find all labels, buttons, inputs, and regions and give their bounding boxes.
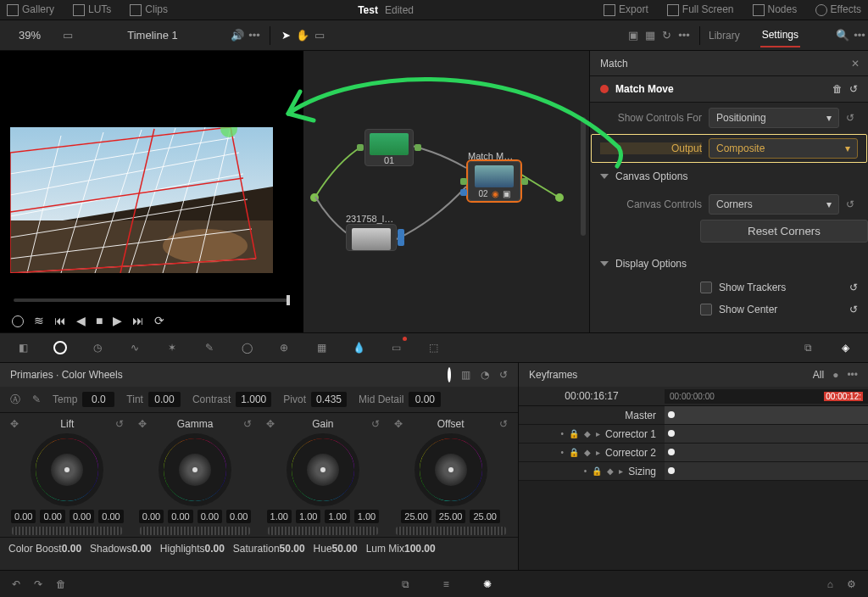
color-wheel[interactable]	[287, 433, 359, 506]
log-mode-icon[interactable]: ◔	[481, 369, 489, 381]
node-graph[interactable]: 01 Match M… 02 ◉ ▣ 231758_l…	[303, 51, 590, 332]
kf-diamond-icon[interactable]: ◆	[607, 466, 614, 476]
wheel-value[interactable]: 0.00	[11, 510, 36, 523]
page-color-icon[interactable]: ✺	[483, 578, 492, 590]
kf-mode-dot-icon[interactable]: ●	[832, 369, 838, 381]
kf-diamond-icon[interactable]: ◆	[584, 448, 591, 457]
wheel-value[interactable]: 25.00	[436, 510, 466, 523]
refresh-icon[interactable]: ↻	[659, 27, 676, 44]
wheel-value[interactable]: 0.00	[70, 510, 94, 523]
auto-balance-icon[interactable]: Ⓐ	[10, 393, 20, 407]
wheel-jog[interactable]	[12, 527, 122, 535]
wheel-picker-icon[interactable]: ✥	[138, 418, 147, 430]
wheel-value[interactable]: 1.00	[354, 510, 379, 523]
wheel-value[interactable]: 0.00	[226, 510, 251, 523]
temp-value[interactable]: 0.0	[82, 392, 114, 407]
inspector-options-icon[interactable]: •••	[851, 27, 868, 44]
canvas-options-header[interactable]: Canvas Options	[590, 164, 868, 189]
output-dropdown[interactable]: Composite▾	[709, 138, 858, 159]
tab-settings[interactable]: Settings	[760, 24, 800, 47]
contrast-value[interactable]: 1.000	[236, 392, 271, 407]
show-center-reset-icon[interactable]: ↺	[849, 304, 858, 315]
wheel-value[interactable]: 0.00	[198, 510, 222, 523]
node-graph-scrollbar[interactable]	[581, 117, 586, 236]
kf-track[interactable]	[665, 462, 868, 480]
blur-icon[interactable]: 💧	[349, 338, 368, 357]
wheel-picker-icon[interactable]: ✥	[394, 418, 403, 430]
show-trackers-reset-icon[interactable]: ↺	[849, 282, 858, 293]
wheel-value[interactable]: 25.00	[470, 510, 500, 523]
page-cut-icon[interactable]: ⧉	[402, 578, 409, 590]
tab-library[interactable]: Library	[707, 25, 742, 47]
kf-track-master[interactable]	[665, 406, 868, 424]
highlights-value[interactable]: 0.00	[205, 543, 225, 555]
show-trackers-checkbox[interactable]	[700, 282, 712, 293]
scopes-icon[interactable]: ⧉	[798, 338, 817, 357]
wheel-value[interactable]: 0.00	[40, 510, 64, 523]
viewer-canvas[interactable]	[10, 127, 273, 273]
clear-search-icon[interactable]: ✕	[851, 58, 860, 70]
pick-white-icon[interactable]: ✎	[32, 393, 41, 405]
kf-diamond-icon[interactable]: ◆	[584, 429, 591, 438]
grid-icon[interactable]: ▦	[642, 27, 659, 44]
wheel-value[interactable]: 0.00	[98, 510, 123, 523]
page-edit-icon[interactable]: ≡	[443, 578, 449, 590]
wheel-reset-icon[interactable]: ↺	[499, 418, 508, 430]
tab-luts[interactable]: LUTs	[73, 3, 111, 16]
viewer-zoom[interactable]: 39%	[0, 29, 59, 42]
wheel-picker-icon[interactable]: ✥	[266, 418, 275, 430]
tab-gallery[interactable]: Gallery	[7, 3, 54, 16]
show-center-checkbox[interactable]	[700, 304, 712, 315]
wheel-jog[interactable]	[140, 527, 250, 535]
wheel-value[interactable]: 1.00	[296, 510, 320, 523]
audio-icon[interactable]: 🔊	[229, 27, 246, 44]
kf-expand-icon[interactable]: •	[560, 448, 564, 457]
viewer-scrubber[interactable]	[14, 298, 290, 302]
graph-input-dot[interactable]	[310, 193, 319, 202]
kf-ruler[interactable]: 00:00:00:0000:00:12:	[665, 389, 868, 404]
warper-icon[interactable]: ✶	[163, 338, 181, 357]
search-icon[interactable]: 🔍	[834, 27, 851, 44]
tab-nodes[interactable]: Nodes	[753, 3, 798, 16]
wheel-value[interactable]: 1.00	[325, 510, 349, 523]
wheel-reset-icon[interactable]: ↺	[243, 418, 252, 430]
tab-export[interactable]: Export	[604, 3, 648, 16]
layers-icon[interactable]: ≋	[34, 314, 44, 327]
wheels-mode-icon[interactable]	[448, 369, 451, 381]
inspector-search-input[interactable]	[598, 57, 851, 70]
delete-effect-icon[interactable]: 🗑	[832, 83, 843, 95]
show-controls-reset-icon[interactable]: ↺	[846, 112, 858, 124]
keyframes-filter-all[interactable]: All	[813, 369, 824, 381]
effect-enable-dot[interactable]	[600, 85, 609, 93]
node-01[interactable]: 01	[364, 129, 414, 166]
fx-bypass-icon[interactable]	[12, 314, 24, 327]
shadows-value[interactable]: 0.00	[131, 543, 151, 555]
wheel-value[interactable]: 25.00	[401, 510, 431, 523]
primaries-reset-icon[interactable]: ↺	[499, 369, 508, 381]
redo-icon[interactable]: ↷	[34, 578, 42, 590]
tint-value[interactable]: 0.00	[148, 392, 181, 407]
reset-effect-icon[interactable]: ↺	[849, 83, 858, 95]
kf-options-icon[interactable]: •••	[847, 369, 858, 381]
curves-icon[interactable]: ∿	[125, 338, 144, 357]
delete-icon[interactable]: 🗑	[56, 578, 66, 590]
node-02[interactable]: 02 ◉ ▣	[468, 161, 520, 201]
wheel-jog[interactable]	[396, 527, 506, 535]
tracker-icon[interactable]: ⊕	[275, 338, 293, 357]
tab-effects[interactable]: Effects	[815, 3, 861, 16]
viewer-mode-icon[interactable]: ▭	[59, 27, 76, 44]
wheel-jog[interactable]	[268, 527, 378, 535]
key-icon[interactable]: ▭	[387, 338, 405, 357]
kf-expand-icon[interactable]: •	[584, 466, 587, 476]
hdr-wheels-icon[interactable]: ◷	[88, 338, 107, 357]
kf-lock-icon[interactable]: 🔒	[569, 429, 579, 438]
loop-button[interactable]: ⟳	[154, 314, 164, 327]
viewer-options-icon[interactable]: •••	[246, 27, 263, 44]
kf-current-tc[interactable]: 00:00:16:17	[519, 387, 665, 405]
wheel-value[interactable]: 1.00	[267, 510, 292, 523]
home-icon[interactable]: ⌂	[827, 578, 833, 590]
stop-button[interactable]: ■	[96, 314, 103, 327]
graph-output-dot[interactable]	[555, 193, 564, 202]
magic-mask-icon[interactable]: ▦	[312, 338, 331, 357]
layout-icon[interactable]: ▭	[311, 27, 328, 44]
